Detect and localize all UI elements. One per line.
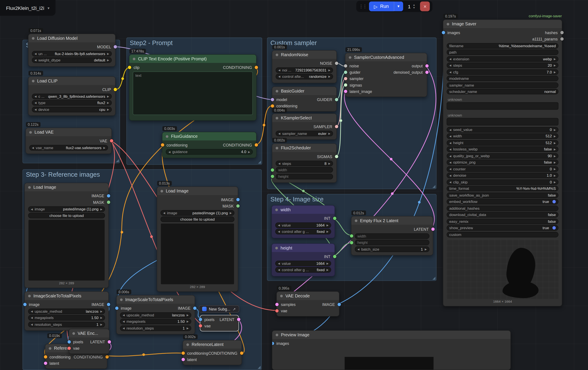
latent-output-port[interactable] xyxy=(431,227,434,230)
prev-arrow-icon[interactable]: ◀ xyxy=(278,269,280,271)
additional-hashes-widget[interactable]: additional_hashes xyxy=(447,205,558,211)
optimize-png-widget[interactable]: ◀optimize_pngfalse▶ xyxy=(447,160,558,165)
conditioning-output-port[interactable] xyxy=(105,355,108,358)
height-input-port[interactable] xyxy=(350,241,353,244)
width-widget[interactable]: ◀width512▶ xyxy=(447,133,558,139)
output-latent-port[interactable] xyxy=(425,64,428,67)
sampler-input-port[interactable] xyxy=(344,77,347,80)
next-arrow-icon[interactable]: ▶ xyxy=(326,224,328,226)
modelname-widget[interactable]: modelname xyxy=(447,76,558,81)
prev-arrow-icon[interactable]: ◀ xyxy=(35,108,37,111)
vae-output-port[interactable] xyxy=(110,139,113,142)
prompt-text-widget[interactable]: text xyxy=(133,71,253,115)
increment-icon[interactable]: ▲ xyxy=(413,3,415,6)
sampler-name-widget[interactable]: sampler_name xyxy=(447,82,558,88)
selection-toolbar[interactable]: New Subg... ↗ xyxy=(199,305,239,313)
image-input-port[interactable] xyxy=(23,303,26,306)
next-arrow-icon[interactable]: ▶ xyxy=(328,162,330,165)
weight-dtype-widget[interactable]: ◀weight_dtypedefault▶ xyxy=(32,57,112,63)
resolution-steps-widget[interactable]: ◀resolution_steps1▶ xyxy=(28,321,105,327)
next-arrow-icon[interactable]: ▶ xyxy=(425,248,427,250)
prev-arrow-icon[interactable]: ◀ xyxy=(168,150,170,153)
collapse-dot-icon[interactable] xyxy=(166,135,168,138)
batch-count-stepper[interactable]: 1 ▲▼ xyxy=(406,3,417,10)
next-arrow-icon[interactable]: ▶ xyxy=(554,154,556,157)
unknown-text-widget[interactable] xyxy=(447,118,558,125)
prev-arrow-icon[interactable]: ◀ xyxy=(449,58,451,60)
latent-output-port[interactable] xyxy=(237,318,240,321)
collapse-dot-icon[interactable] xyxy=(276,53,278,56)
download-civitai-data-widget[interactable]: download_civitai_datafalse xyxy=(447,212,558,218)
height-input-widget[interactable]: height xyxy=(276,174,333,179)
prev-arrow-icon[interactable]: ◀ xyxy=(278,132,280,135)
embed-workflow-widget[interactable]: embed_workflowtrue xyxy=(447,199,558,204)
prev-arrow-icon[interactable]: ◀ xyxy=(449,148,451,150)
convert-to-subgraph-icon[interactable]: ↗ xyxy=(232,307,236,311)
collapse-dot-icon[interactable] xyxy=(447,23,449,25)
width-input-port[interactable] xyxy=(350,234,353,238)
chevron-down-icon[interactable]: ▾ xyxy=(48,6,50,10)
collapse-dot-icon[interactable] xyxy=(29,131,32,134)
node-ksampler-select[interactable]: 0.004s KSamplerSelect SAMPLER ◀sampler_n… xyxy=(272,113,337,140)
prev-arrow-icon[interactable]: ◀ xyxy=(35,95,37,98)
prev-arrow-icon[interactable]: ◀ xyxy=(123,320,125,323)
height-widget[interactable]: ◀height512▶ xyxy=(447,140,558,146)
noise-output-port[interactable] xyxy=(335,61,338,65)
collapse-dot-icon[interactable] xyxy=(49,347,52,350)
collapse-dot-icon[interactable] xyxy=(133,58,135,60)
node-load-vae[interactable]: 0.122s Load VAE VAE ◀vae_nameflux2-vae.s… xyxy=(25,128,112,154)
custom-widget[interactable]: custom xyxy=(447,231,558,237)
prev-arrow-icon[interactable]: ◀ xyxy=(35,59,37,61)
guider-input-port[interactable] xyxy=(344,70,347,74)
conditioning-output-port[interactable] xyxy=(254,143,258,146)
prev-arrow-icon[interactable]: ◀ xyxy=(449,168,451,170)
next-arrow-icon[interactable]: ▶ xyxy=(100,323,102,326)
next-arrow-icon[interactable]: ▶ xyxy=(554,58,556,60)
prev-arrow-icon[interactable]: ◀ xyxy=(357,248,359,250)
height-input-port[interactable] xyxy=(271,175,274,178)
images-input-port[interactable] xyxy=(441,31,445,34)
prev-arrow-icon[interactable]: ◀ xyxy=(449,71,451,73)
collapse-dot-icon[interactable] xyxy=(276,117,278,119)
unet-name-widget[interactable]: ◀un ...flux-2-klein-9b-fp8.safetensors▶ xyxy=(32,51,112,56)
cfg-widget[interactable]: ◀cfg7.0▶ xyxy=(447,69,558,75)
conditioning-input-port[interactable] xyxy=(44,355,47,358)
prev-arrow-icon[interactable]: ◀ xyxy=(278,75,280,78)
next-arrow-icon[interactable]: ▶ xyxy=(100,208,102,210)
path-widget[interactable]: path xyxy=(447,50,558,55)
prev-arrow-icon[interactable]: ◀ xyxy=(123,327,125,329)
conditioning-output-port[interactable] xyxy=(240,351,243,354)
control-after-generate-widget[interactable]: ◀control after g ...fixed▶ xyxy=(275,267,331,273)
next-arrow-icon[interactable]: ▶ xyxy=(230,211,232,214)
collapse-dot-icon[interactable] xyxy=(276,147,278,149)
node-preview-image[interactable]: 0.089s Preview Image images xyxy=(272,330,511,370)
save-workflow-as-json-widget[interactable]: save_workflow_as_jsonfalse xyxy=(447,192,558,198)
image-input-port[interactable] xyxy=(115,306,118,310)
guidance-widget[interactable]: ◀guidance4.0▶ xyxy=(166,149,253,155)
mask-output-port[interactable] xyxy=(236,204,239,207)
collapse-dot-icon[interactable] xyxy=(276,333,278,336)
model-input-port[interactable] xyxy=(271,98,274,101)
next-arrow-icon[interactable]: ▶ xyxy=(554,161,556,164)
prev-arrow-icon[interactable]: ◀ xyxy=(449,128,451,131)
pixels-input-port[interactable] xyxy=(199,318,202,321)
samples-input-port[interactable] xyxy=(275,303,278,306)
decrement-icon[interactable]: ▼ xyxy=(413,6,415,9)
collapse-dot-icon[interactable] xyxy=(28,186,31,189)
prev-arrow-icon[interactable]: ◀ xyxy=(449,64,451,67)
noise-input-port[interactable] xyxy=(344,64,347,67)
prev-arrow-icon[interactable]: ◀ xyxy=(31,208,33,210)
conditioning-input-port[interactable] xyxy=(271,104,274,107)
collapse-dot-icon[interactable] xyxy=(160,190,163,192)
collapse-dot-icon[interactable] xyxy=(73,332,75,335)
mask-output-port[interactable] xyxy=(107,200,110,204)
next-arrow-icon[interactable]: ▶ xyxy=(326,269,328,271)
next-arrow-icon[interactable]: ▶ xyxy=(187,314,189,316)
type-widget[interactable]: ◀typeflux2▶ xyxy=(32,100,112,106)
easy-remix-widget[interactable]: easy_remixfalse xyxy=(447,219,558,224)
drag-handle-icon[interactable]: ⋮⋮ xyxy=(359,4,366,9)
image-output-port[interactable] xyxy=(193,306,196,310)
prev-arrow-icon[interactable]: ◀ xyxy=(449,161,451,164)
prev-arrow-icon[interactable]: ◀ xyxy=(278,224,280,226)
next-arrow-icon[interactable]: ▶ xyxy=(554,168,556,170)
